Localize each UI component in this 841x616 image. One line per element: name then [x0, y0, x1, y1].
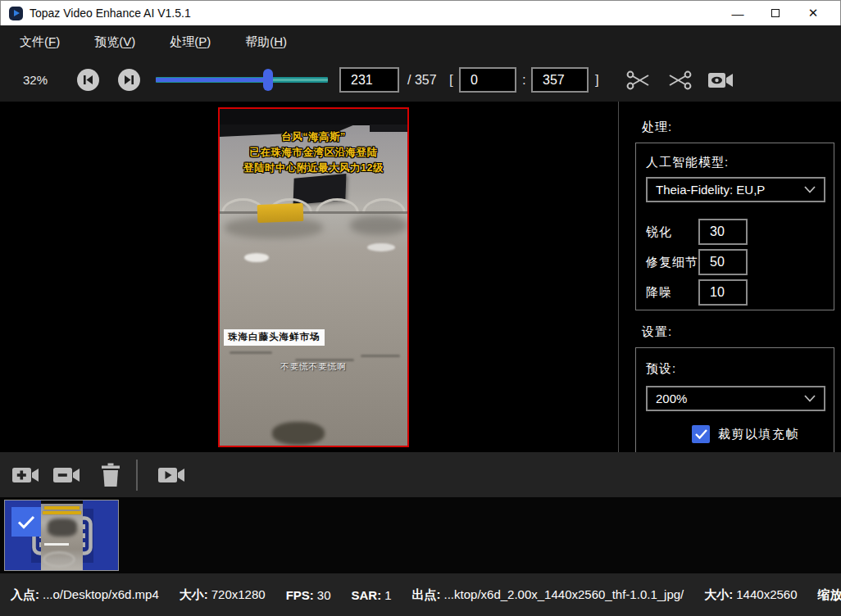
trim-in-scissors-icon	[626, 70, 651, 91]
restore-details-row: 修复细节	[646, 249, 748, 275]
status-output-path-label: 出点:	[412, 587, 441, 601]
menu-process-key: P	[198, 34, 207, 48]
trash-icon	[100, 463, 121, 487]
menu-help-pre: 帮助(	[245, 34, 274, 48]
denoise-label: 降噪	[646, 285, 698, 301]
timeline-slider[interactable]	[156, 77, 328, 83]
thumbnail-video-image	[41, 500, 83, 570]
video-subtitle-line-2: 已在珠海市金湾区沿海登陆	[220, 145, 407, 161]
menu-preview-key: V	[123, 34, 131, 48]
status-fps-label: FPS:	[286, 588, 314, 602]
ai-model-dropdown[interactable]: Theia-Fidelity: EU,P	[646, 177, 825, 202]
thumb-subtitle-smudge	[43, 511, 81, 514]
process-video-button[interactable]	[156, 462, 187, 488]
checkmark-icon	[17, 515, 35, 529]
status-sar-value: 1	[384, 588, 391, 602]
denoise-row: 降噪	[646, 279, 748, 306]
clip-toolbar	[0, 452, 841, 497]
trim-in-button[interactable]	[625, 68, 652, 93]
delete-clip-button[interactable]	[95, 462, 126, 488]
status-output-path: 出点:...ktop/x6d_2.00x_1440x2560_thf-1.0.1…	[412, 587, 684, 603]
menu-file-pre: 文件(	[20, 34, 48, 48]
range-start-input[interactable]	[459, 67, 516, 93]
video-dark-object	[272, 422, 325, 445]
status-output-size: 大小:1440x2560	[704, 587, 797, 603]
restore-details-label: 修复细节	[646, 255, 698, 270]
video-preview[interactable]: 台风“海高斯” 已在珠海市金湾区沿海登陆 登陆时中心附近最大风力12级 珠海白藤…	[218, 107, 409, 447]
trim-out-button[interactable]	[666, 68, 693, 93]
window-title: Topaz Video Enhance AI V1.5.1	[30, 7, 191, 20]
skip-to-end-icon	[124, 75, 134, 85]
restore-details-input[interactable]	[698, 249, 748, 275]
range-bracket-open: [	[449, 72, 453, 88]
range-end-input[interactable]	[531, 67, 589, 93]
checkmark-icon	[695, 429, 707, 439]
sharpen-input[interactable]	[698, 219, 748, 245]
preset-value: 200%	[656, 392, 687, 405]
title-bar: Topaz Video Enhance AI V1.5.1 — ✕	[0, 0, 841, 25]
status-output-path-value: ...ktop/x6d_2.00x_1440x2560_thf-1.0.1_jp…	[444, 587, 684, 601]
menu-help-key: H	[274, 34, 283, 48]
video-top-dark-band	[220, 109, 407, 125]
preset-dropdown[interactable]: 200%	[646, 386, 825, 411]
close-button[interactable]: ✕	[794, 2, 832, 25]
timeline-slider-progress	[156, 78, 268, 82]
thumbnail-strip	[0, 497, 841, 573]
chevron-down-icon	[804, 186, 816, 193]
video-thumbnail-tile[interactable]	[4, 500, 119, 571]
water-streak	[361, 355, 400, 357]
chevron-down-icon	[804, 395, 816, 402]
crop-to-fill-checkbox[interactable]	[692, 425, 710, 443]
crop-to-fill-label: 裁剪以填充帧	[718, 427, 799, 442]
video-yellow-sign	[257, 203, 304, 223]
menu-file-suf: )	[56, 34, 60, 48]
video-subtitle-line-3: 登陆时中心附近最大风力12级	[220, 161, 407, 176]
video-subtitle-block: 台风“海高斯” 已在珠海市金湾区沿海登陆 登陆时中心附近最大风力12级	[220, 129, 407, 175]
menu-bar: 文件(F) 预览(V) 处理(P) 帮助(H)	[0, 25, 841, 59]
status-bar: 入点:...o/Desktop/x6d.mp4 大小:720x1280 FPS:…	[0, 573, 841, 616]
status-scale: 缩放:200%	[818, 587, 841, 603]
add-video-icon	[11, 464, 39, 486]
current-frame-input[interactable]	[339, 67, 399, 93]
video-flooded-car	[244, 253, 269, 262]
preview-camera-button[interactable]	[707, 68, 734, 93]
thumbnail-checkbox[interactable]	[11, 507, 41, 537]
video-flooded-car	[367, 243, 395, 251]
menu-preview-pre: 预览(	[94, 34, 123, 48]
add-video-button[interactable]	[10, 462, 41, 488]
remove-video-icon	[52, 464, 80, 486]
frame-total-label: / 357	[407, 73, 437, 88]
preset-label: 预设:	[646, 361, 676, 377]
status-input-size: 大小:720x1280	[180, 587, 266, 603]
status-input-path-value: ...o/Desktop/x6d.mp4	[43, 587, 159, 601]
status-fps-value: 30	[317, 588, 331, 602]
maximize-button[interactable]	[757, 2, 794, 25]
preview-camera-icon	[707, 70, 734, 90]
skip-to-start-icon	[83, 75, 93, 85]
denoise-input[interactable]	[698, 279, 748, 306]
range-bracket-close: ]	[595, 72, 599, 88]
process-video-icon	[157, 464, 185, 486]
skip-to-start-button[interactable]	[77, 69, 99, 91]
timeline-slider-handle[interactable]	[263, 69, 273, 91]
video-location-label: 珠海白藤头海鲜市场	[224, 329, 325, 346]
status-input-path: 入点:...o/Desktop/x6d.mp4	[11, 587, 159, 603]
menu-preview-suf: )	[131, 34, 135, 48]
menu-file[interactable]: 文件(F)	[11, 31, 68, 53]
main-area: 台风“海高斯” 已在珠海市金湾区沿海登陆 登陆时中心附近最大风力12级 珠海白藤…	[0, 102, 841, 452]
minimize-button[interactable]: —	[719, 2, 757, 25]
status-input-path-label: 入点:	[11, 587, 39, 601]
settings-groupbox: 预设: 200% 裁剪以填充帧	[635, 347, 834, 462]
menu-help[interactable]: 帮助(H)	[237, 31, 295, 53]
status-output-size-label: 大小:	[704, 587, 733, 601]
menu-preview[interactable]: 预览(V)	[86, 31, 143, 53]
menu-process[interactable]: 处理(P)	[161, 31, 219, 53]
menu-process-suf: )	[207, 34, 211, 48]
app-window: Topaz Video Enhance AI V1.5.1 — ✕ 文件(F) …	[0, 0, 841, 616]
water-streak	[230, 351, 272, 354]
status-fps: FPS:30	[286, 588, 331, 602]
remove-video-button[interactable]	[51, 462, 82, 488]
skip-to-end-button[interactable]	[118, 69, 140, 91]
bridge-deck-line	[220, 211, 407, 214]
thumb-subtitle-smudge	[44, 506, 80, 510]
